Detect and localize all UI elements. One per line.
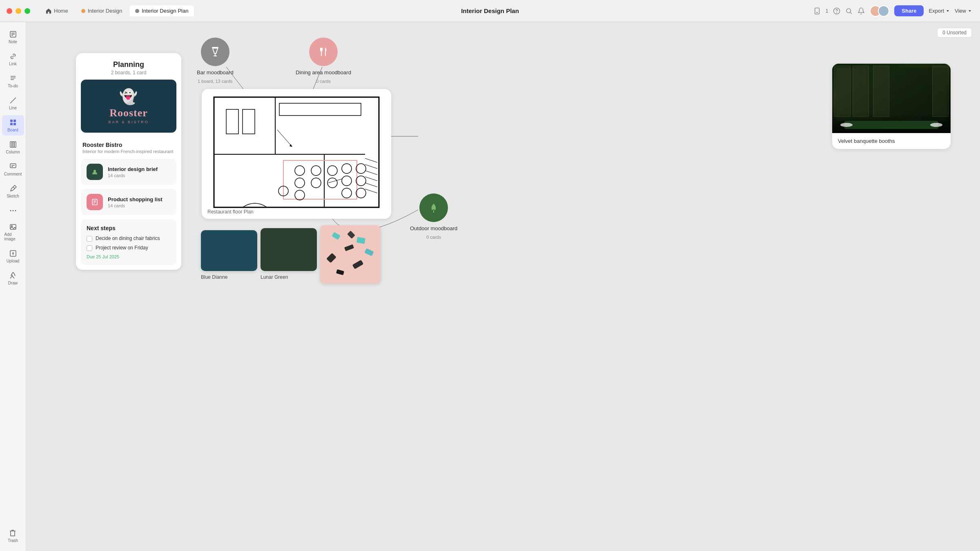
notification-bell-icon[interactable]: [858, 7, 865, 15]
sidebar-todo-label: To-do: [8, 84, 18, 88]
svg-rect-27: [10, 224, 16, 229]
floor-plan-card[interactable]: Restaurant floor Plan: [202, 89, 391, 219]
tab-dot-interior: [81, 9, 85, 13]
trash-button[interactable]: Trash: [5, 526, 20, 546]
dining-moodboard-circle: [309, 38, 338, 66]
dining-moodboard[interactable]: Dining area moodboard 0 cards: [296, 38, 351, 84]
sidebar-item-more[interactable]: [2, 203, 24, 218]
sidebar-item-board[interactable]: Board: [2, 115, 24, 136]
avatar-group: [870, 5, 889, 17]
brief-text: Interior design brief 14 cards: [108, 166, 158, 178]
sidebar-board-label: Board: [7, 128, 18, 132]
sidebar-item-note[interactable]: Note: [2, 27, 24, 47]
planning-title: Planning: [82, 60, 175, 69]
rooster-brand-name: Rooster: [109, 107, 148, 119]
due-date: Due 25 Jul 2025: [87, 254, 171, 259]
swatch-blue[interactable]: [201, 230, 257, 271]
velvet-label: Velvet banquette booths: [832, 133, 951, 149]
outdoor-moodboard-label: Outdoor moodboard: [410, 225, 457, 231]
outdoor-moodboard-circle: [419, 193, 448, 222]
search-icon[interactable]: [845, 7, 853, 15]
svg-rect-15: [10, 123, 13, 125]
next-steps-card: Next steps Decide on dining chair fabric…: [81, 219, 176, 265]
sidebar-item-column[interactable]: Column: [2, 137, 24, 158]
svg-rect-14: [13, 120, 16, 122]
sidebar-item-link[interactable]: Link: [2, 49, 24, 69]
tab-dot-plan: [135, 9, 139, 13]
share-button[interactable]: Share: [894, 5, 924, 16]
svg-rect-13: [10, 120, 13, 122]
sidebar-bottom: Trash: [5, 526, 20, 546]
rooster-tagline: BAR & BISTRO: [108, 120, 149, 124]
export-button[interactable]: Export: [929, 8, 950, 14]
sidebar-item-comment[interactable]: Comment: [2, 159, 24, 180]
tab-home-label: Home: [54, 8, 68, 14]
planning-card: Planning 2 boards, 1 card 👻 Rooster BAR …: [76, 53, 181, 270]
sidebar-item-line[interactable]: Line: [2, 93, 24, 113]
interior-brief-item[interactable]: Interior design brief 14 cards: [81, 159, 176, 185]
bar-moodboard-circle: [201, 38, 229, 66]
rooster-name: Rooster Bistro: [82, 142, 175, 148]
svg-rect-0: [815, 8, 819, 14]
maximize-button[interactable]: [24, 8, 30, 14]
shopping-count: 14 cards: [108, 203, 163, 208]
task-2-text: Project review on Friday: [96, 245, 148, 251]
planning-subtitle: 2 boards, 1 card: [82, 70, 175, 76]
dining-moodboard-label: Dining area moodboard: [296, 69, 351, 76]
svg-rect-17: [10, 142, 12, 147]
bar-moodboard-label: Bar moodboard: [197, 69, 234, 76]
close-button[interactable]: [7, 8, 12, 14]
svg-rect-20: [10, 164, 16, 168]
sidebar-item-todo[interactable]: To-do: [2, 71, 24, 91]
view-button[interactable]: View: [955, 8, 972, 14]
bar-moodboard[interactable]: Bar moodboard 1 board, 13 cards: [197, 38, 234, 84]
tab-home[interactable]: Home: [40, 5, 74, 16]
svg-rect-71: [212, 47, 218, 49]
help-icon[interactable]: [833, 7, 840, 15]
svg-point-4: [846, 9, 851, 13]
shopping-text: Product shopping list 14 cards: [108, 196, 163, 208]
svg-rect-19: [14, 142, 16, 147]
svg-point-25: [12, 210, 13, 211]
svg-point-3: [837, 13, 837, 13]
tab-interior-label: Interior Design: [88, 8, 122, 14]
sidebar-item-add-image[interactable]: Add image: [2, 220, 24, 244]
rooster-card[interactable]: 👻 Rooster BAR & BISTRO: [81, 80, 176, 133]
sidebar-item-sketch[interactable]: Sketch: [2, 181, 24, 202]
svg-point-26: [15, 210, 16, 211]
rooster-desc: Interior for modern French-inspired rest…: [82, 149, 175, 154]
dining-moodboard-count: 0 cards: [316, 79, 331, 84]
tab-plan-label: Interior Design Plan: [142, 8, 188, 14]
task-2-checkbox[interactable]: [87, 245, 92, 251]
svg-line-12: [10, 98, 16, 103]
tab-bar: Home Interior Design Interior Design Pla…: [40, 5, 194, 16]
svg-line-23: [13, 187, 15, 189]
unsorted-badge[interactable]: 0 Unsorted: [937, 28, 972, 38]
shopping-icon: [87, 194, 103, 210]
window-title: Interior Design Plan: [461, 7, 519, 14]
tab-interior-design[interactable]: Interior Design: [76, 5, 128, 16]
sidebar-upload-label: Upload: [7, 259, 20, 263]
velvet-card[interactable]: Velvet banquette booths: [832, 64, 951, 149]
swatch-terrazzo[interactable]: [320, 225, 381, 284]
rooster-info: Rooster Bistro Interior for modern Frenc…: [76, 138, 181, 159]
minimize-button[interactable]: [16, 8, 21, 14]
notification-count: 1: [826, 8, 829, 14]
sidebar-column-label: Column: [6, 150, 20, 154]
next-steps-title: Next steps: [87, 225, 171, 231]
trash-label: Trash: [8, 538, 18, 543]
sidebar-item-draw[interactable]: Draw: [2, 268, 24, 289]
svg-point-24: [10, 210, 11, 211]
sidebar: Note Link To-do Line Board Column Commen…: [0, 22, 26, 551]
task-2: Project review on Friday: [87, 245, 171, 251]
device-icon[interactable]: [813, 7, 821, 15]
floor-plan-svg: [202, 89, 391, 219]
task-1-checkbox[interactable]: [87, 236, 92, 242]
sidebar-line-label: Line: [9, 106, 17, 110]
tab-interior-design-plan[interactable]: Interior Design Plan: [129, 5, 194, 16]
outdoor-moodboard[interactable]: Outdoor moodboard 0 cards: [410, 193, 457, 240]
swatch-green[interactable]: [261, 228, 317, 271]
swatch-green-label: Lunar Green: [261, 274, 288, 280]
shopping-list-item[interactable]: Product shopping list 14 cards: [81, 189, 176, 215]
sidebar-item-upload[interactable]: Upload: [2, 246, 24, 267]
